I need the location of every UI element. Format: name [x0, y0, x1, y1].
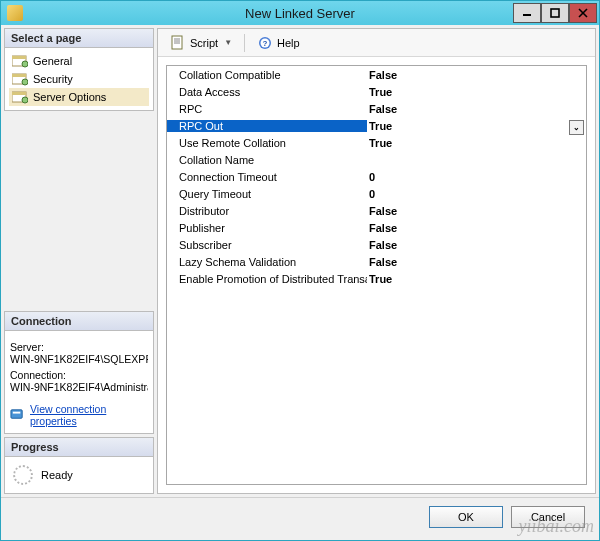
- help-button[interactable]: ? Help: [251, 32, 306, 54]
- select-page-panel: Select a page GeneralSecurityServer Opti…: [4, 28, 154, 111]
- script-button[interactable]: Script ▼: [164, 32, 238, 54]
- close-button[interactable]: [569, 3, 597, 23]
- property-name: Collation Compatible: [167, 69, 367, 81]
- app-icon: [7, 5, 23, 21]
- sidebar-item-security[interactable]: Security: [9, 70, 149, 88]
- sidebar-item-label: Server Options: [33, 91, 106, 103]
- progress-header: Progress: [5, 438, 153, 457]
- property-row[interactable]: Enable Promotion of Distributed Transact…: [167, 270, 586, 287]
- property-name: Lazy Schema Validation: [167, 256, 367, 268]
- server-value: WIN-9NF1K82EIF4\SQLEXPRES: [10, 353, 148, 365]
- property-value[interactable]: 0: [367, 188, 586, 200]
- svg-rect-5: [12, 56, 26, 59]
- server-label: Server:: [10, 341, 148, 353]
- property-name: Publisher: [167, 222, 367, 234]
- window-controls: [513, 2, 599, 24]
- view-connection-properties-link[interactable]: View connection properties: [10, 403, 148, 427]
- property-row[interactable]: Use Remote CollationTrue: [167, 134, 586, 151]
- cancel-label: Cancel: [531, 511, 565, 523]
- property-row[interactable]: Connection Timeout0: [167, 168, 586, 185]
- toolbar: Script ▼ ? Help: [158, 29, 595, 57]
- property-row[interactable]: DistributorFalse: [167, 202, 586, 219]
- page-icon: [12, 90, 28, 104]
- page-icon: [12, 54, 28, 68]
- property-row[interactable]: Data AccessTrue: [167, 83, 586, 100]
- select-page-header: Select a page: [5, 29, 153, 48]
- property-name: Enable Promotion of Distributed Transact…: [167, 273, 367, 285]
- window-title: New Linked Server: [1, 6, 599, 21]
- svg-rect-14: [13, 412, 21, 414]
- property-row[interactable]: SubscriberFalse: [167, 236, 586, 253]
- property-name: Connection Timeout: [167, 171, 367, 183]
- property-row[interactable]: PublisherFalse: [167, 219, 586, 236]
- script-label: Script: [190, 37, 218, 49]
- dialog-window: New Linked Server Select a page GeneralS…: [0, 0, 600, 541]
- page-list: GeneralSecurityServer Options: [5, 48, 153, 110]
- property-value[interactable]: 0: [367, 171, 586, 183]
- svg-rect-1: [551, 9, 559, 17]
- svg-point-12: [22, 97, 28, 103]
- property-row[interactable]: Collation Name: [167, 151, 586, 168]
- maximize-button[interactable]: [541, 3, 569, 23]
- property-name: Data Access: [167, 86, 367, 98]
- sidebar-item-general[interactable]: General: [9, 52, 149, 70]
- property-value[interactable]: False: [367, 222, 586, 234]
- property-value[interactable]: True: [367, 86, 586, 98]
- page-icon: [12, 72, 28, 86]
- property-row[interactable]: RPC OutTrue⌄: [167, 117, 586, 134]
- view-connection-properties-text: View connection properties: [30, 403, 148, 427]
- right-panel: Script ▼ ? Help Collation CompatibleFals…: [157, 28, 596, 494]
- property-row[interactable]: RPCFalse: [167, 100, 586, 117]
- property-row[interactable]: Lazy Schema ValidationFalse: [167, 253, 586, 270]
- property-value[interactable]: False: [367, 205, 586, 217]
- property-value[interactable]: True: [367, 137, 586, 149]
- property-value[interactable]: False: [367, 103, 586, 115]
- sidebar-item-server-options[interactable]: Server Options: [9, 88, 149, 106]
- property-name: Use Remote Collation: [167, 137, 367, 149]
- progress-status: Ready: [41, 469, 73, 481]
- connection-body: Server: WIN-9NF1K82EIF4\SQLEXPRES Connec…: [5, 331, 153, 433]
- chevron-down-icon: ▼: [224, 38, 232, 47]
- ok-button[interactable]: OK: [429, 506, 503, 528]
- property-name: Distributor: [167, 205, 367, 217]
- dropdown-button[interactable]: ⌄: [569, 120, 584, 135]
- property-value[interactable]: False: [367, 256, 586, 268]
- cancel-button[interactable]: Cancel: [511, 506, 585, 528]
- help-label: Help: [277, 37, 300, 49]
- sidebar-item-label: Security: [33, 73, 73, 85]
- svg-rect-11: [12, 92, 26, 95]
- script-icon: [170, 35, 186, 51]
- connection-header: Connection: [5, 312, 153, 331]
- minimize-button[interactable]: [513, 3, 541, 23]
- dialog-content: Select a page GeneralSecurityServer Opti…: [1, 25, 599, 497]
- svg-rect-13: [11, 410, 22, 418]
- property-value[interactable]: False: [367, 239, 586, 251]
- property-name: RPC: [167, 103, 367, 115]
- ok-label: OK: [458, 511, 474, 523]
- sidebar-item-label: General: [33, 55, 72, 67]
- connection-label: Connection:: [10, 369, 148, 381]
- svg-point-6: [22, 61, 28, 67]
- svg-point-9: [22, 79, 28, 85]
- property-value[interactable]: True⌄: [367, 120, 586, 132]
- connection-value: WIN-9NF1K82EIF4\Administrator: [10, 381, 148, 393]
- progress-spinner-icon: [13, 465, 33, 485]
- property-name: Subscriber: [167, 239, 367, 251]
- property-grid[interactable]: Collation CompatibleFalseData AccessTrue…: [166, 65, 587, 485]
- property-name: Collation Name: [167, 154, 367, 166]
- chevron-down-icon: ⌄: [573, 123, 580, 132]
- titlebar: New Linked Server: [1, 1, 599, 25]
- help-icon: ?: [257, 35, 273, 51]
- toolbar-separator: [244, 34, 245, 52]
- property-value[interactable]: False: [367, 69, 586, 81]
- property-name: Query Timeout: [167, 188, 367, 200]
- property-value[interactable]: True: [367, 273, 586, 285]
- property-row[interactable]: Query Timeout0: [167, 185, 586, 202]
- svg-text:?: ?: [263, 39, 268, 48]
- connection-properties-icon: [10, 407, 25, 423]
- dialog-footer: OK Cancel: [1, 497, 599, 535]
- property-row[interactable]: Collation CompatibleFalse: [167, 66, 586, 83]
- left-panel: Select a page GeneralSecurityServer Opti…: [4, 28, 154, 494]
- progress-panel: Progress Ready: [4, 437, 154, 494]
- property-name: RPC Out: [167, 120, 367, 132]
